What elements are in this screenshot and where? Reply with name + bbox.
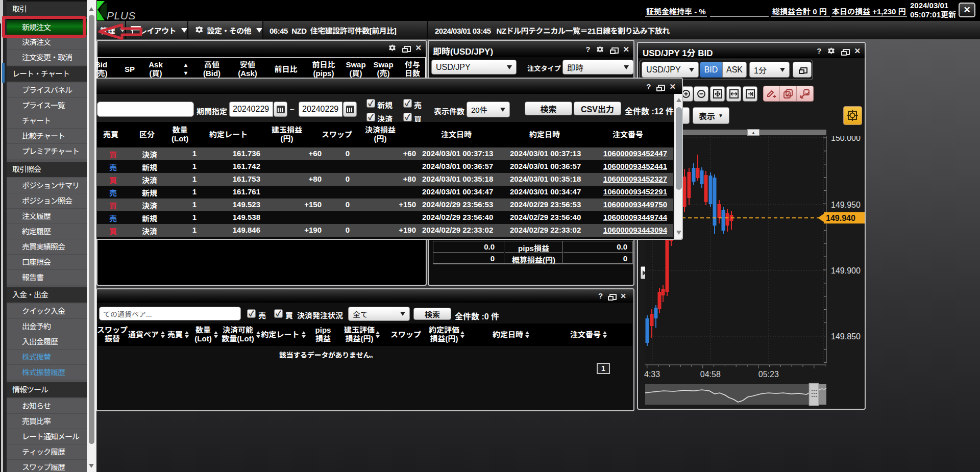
svg-text:149.940: 149.940 <box>826 214 855 222</box>
svg-text:4:33: 4:33 <box>644 370 660 379</box>
svg-text:149.850: 149.850 <box>831 332 861 341</box>
svg-text:149.950: 149.950 <box>831 201 861 209</box>
svg-text:05:23: 05:23 <box>758 370 779 379</box>
svg-text:149.900: 149.900 <box>831 266 861 275</box>
svg-text:150.000: 150.000 <box>831 136 861 142</box>
svg-text:04:58: 04:58 <box>700 370 721 379</box>
